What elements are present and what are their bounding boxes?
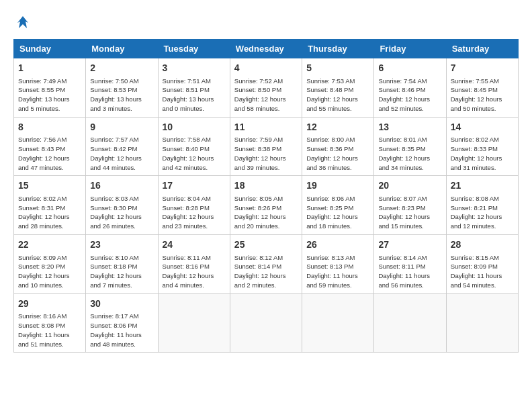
day-number: 5 — [306, 62, 369, 75]
day-number: 19 — [306, 179, 369, 193]
calendar-table: SundayMondayTuesdayWednesdayThursdayFrid… — [13, 39, 519, 353]
calendar-cell: 30Sunrise: 8:17 AM Sunset: 8:06 PM Dayli… — [86, 293, 158, 353]
calendar-cell: 26Sunrise: 8:13 AM Sunset: 8:13 PM Dayli… — [302, 234, 374, 293]
calendar-cell: 28Sunrise: 8:15 AM Sunset: 8:09 PM Dayli… — [446, 234, 518, 293]
calendar-cell: 14Sunrise: 8:02 AM Sunset: 8:33 PM Dayli… — [446, 117, 518, 176]
day-number: 22 — [18, 238, 81, 252]
calendar-week-row: 1Sunrise: 7:49 AM Sunset: 8:55 PM Daylig… — [14, 58, 519, 118]
calendar-cell: 17Sunrise: 8:04 AM Sunset: 8:28 PM Dayli… — [158, 176, 230, 235]
calendar-cell: 21Sunrise: 8:08 AM Sunset: 8:21 PM Dayli… — [446, 176, 518, 235]
day-number: 27 — [378, 238, 441, 252]
day-number: 11 — [234, 121, 298, 134]
calendar-cell — [158, 293, 230, 353]
day-info: Sunrise: 8:04 AM Sunset: 8:28 PM Dayligh… — [163, 194, 226, 231]
calendar-cell: 1Sunrise: 7:49 AM Sunset: 8:55 PM Daylig… — [14, 58, 86, 118]
day-info: Sunrise: 8:05 AM Sunset: 8:26 PM Dayligh… — [234, 194, 298, 231]
day-info: Sunrise: 8:17 AM Sunset: 8:06 PM Dayligh… — [90, 312, 153, 349]
calendar-week-row: 8Sunrise: 7:56 AM Sunset: 8:43 PM Daylig… — [14, 117, 519, 176]
weekday-header: Thursday — [302, 40, 374, 58]
day-number: 15 — [18, 179, 81, 193]
day-info: Sunrise: 8:16 AM Sunset: 8:08 PM Dayligh… — [18, 312, 81, 349]
logo-icon — [13, 13, 32, 32]
calendar-cell: 9Sunrise: 7:57 AM Sunset: 8:42 PM Daylig… — [86, 117, 158, 176]
calendar-cell — [302, 293, 374, 353]
calendar-cell: 24Sunrise: 8:11 AM Sunset: 8:16 PM Dayli… — [158, 234, 230, 293]
calendar-cell: 10Sunrise: 7:58 AM Sunset: 8:40 PM Dayli… — [158, 117, 230, 176]
calendar-cell: 6Sunrise: 7:54 AM Sunset: 8:46 PM Daylig… — [374, 58, 446, 118]
day-info: Sunrise: 8:00 AM Sunset: 8:36 PM Dayligh… — [306, 135, 369, 172]
calendar-cell: 4Sunrise: 7:52 AM Sunset: 8:50 PM Daylig… — [230, 58, 302, 118]
day-info: Sunrise: 8:15 AM Sunset: 8:09 PM Dayligh… — [451, 253, 514, 290]
day-number: 23 — [90, 238, 153, 252]
calendar-cell: 11Sunrise: 7:59 AM Sunset: 8:38 PM Dayli… — [230, 117, 302, 176]
day-info: Sunrise: 8:10 AM Sunset: 8:18 PM Dayligh… — [90, 253, 153, 290]
day-info: Sunrise: 7:59 AM Sunset: 8:38 PM Dayligh… — [234, 135, 298, 172]
weekday-header: Tuesday — [158, 40, 230, 58]
calendar-week-row: 15Sunrise: 8:02 AM Sunset: 8:31 PM Dayli… — [14, 176, 519, 235]
day-info: Sunrise: 7:50 AM Sunset: 8:53 PM Dayligh… — [90, 77, 153, 113]
day-number: 17 — [163, 179, 226, 193]
day-number: 6 — [378, 62, 441, 75]
day-info: Sunrise: 8:01 AM Sunset: 8:35 PM Dayligh… — [378, 135, 441, 172]
calendar-header-row: SundayMondayTuesdayWednesdayThursdayFrid… — [14, 40, 519, 58]
day-info: Sunrise: 7:56 AM Sunset: 8:43 PM Dayligh… — [18, 135, 81, 172]
calendar-cell: 3Sunrise: 7:51 AM Sunset: 8:51 PM Daylig… — [158, 58, 230, 118]
calendar-cell: 8Sunrise: 7:56 AM Sunset: 8:43 PM Daylig… — [14, 117, 86, 176]
calendar-cell: 20Sunrise: 8:07 AM Sunset: 8:23 PM Dayli… — [374, 176, 446, 235]
weekday-header: Saturday — [446, 40, 518, 58]
day-info: Sunrise: 8:13 AM Sunset: 8:13 PM Dayligh… — [306, 253, 369, 290]
day-info: Sunrise: 8:07 AM Sunset: 8:23 PM Dayligh… — [378, 194, 441, 231]
day-number: 30 — [90, 298, 153, 311]
calendar-cell — [374, 293, 446, 353]
day-number: 10 — [163, 121, 226, 134]
day-number: 3 — [163, 62, 226, 75]
day-info: Sunrise: 7:57 AM Sunset: 8:42 PM Dayligh… — [90, 135, 153, 172]
calendar-cell: 16Sunrise: 8:03 AM Sunset: 8:30 PM Dayli… — [86, 176, 158, 235]
day-number: 12 — [306, 121, 369, 134]
calendar-cell: 23Sunrise: 8:10 AM Sunset: 8:18 PM Dayli… — [86, 234, 158, 293]
calendar-cell — [230, 293, 302, 353]
day-info: Sunrise: 8:11 AM Sunset: 8:16 PM Dayligh… — [163, 253, 226, 290]
day-number: 18 — [234, 179, 298, 193]
calendar-cell: 15Sunrise: 8:02 AM Sunset: 8:31 PM Dayli… — [14, 176, 86, 235]
day-number: 21 — [451, 179, 514, 193]
day-info: Sunrise: 7:52 AM Sunset: 8:50 PM Dayligh… — [234, 77, 298, 113]
day-number: 7 — [451, 62, 514, 75]
day-number: 2 — [90, 62, 153, 75]
calendar-cell: 13Sunrise: 8:01 AM Sunset: 8:35 PM Dayli… — [374, 117, 446, 176]
calendar-week-row: 22Sunrise: 8:09 AM Sunset: 8:20 PM Dayli… — [14, 234, 519, 293]
calendar-cell: 5Sunrise: 7:53 AM Sunset: 8:48 PM Daylig… — [302, 58, 374, 118]
day-info: Sunrise: 8:03 AM Sunset: 8:30 PM Dayligh… — [90, 194, 153, 231]
day-info: Sunrise: 7:55 AM Sunset: 8:45 PM Dayligh… — [451, 77, 514, 113]
day-number: 26 — [306, 238, 369, 252]
day-info: Sunrise: 8:12 AM Sunset: 8:14 PM Dayligh… — [234, 253, 298, 290]
day-number: 29 — [18, 298, 81, 311]
page-header — [13, 13, 519, 32]
day-info: Sunrise: 8:09 AM Sunset: 8:20 PM Dayligh… — [18, 253, 81, 290]
day-number: 16 — [90, 179, 153, 193]
day-info: Sunrise: 8:08 AM Sunset: 8:21 PM Dayligh… — [451, 194, 514, 231]
day-info: Sunrise: 7:58 AM Sunset: 8:40 PM Dayligh… — [163, 135, 226, 172]
day-info: Sunrise: 7:49 AM Sunset: 8:55 PM Dayligh… — [18, 77, 81, 113]
day-info: Sunrise: 7:54 AM Sunset: 8:46 PM Dayligh… — [378, 77, 441, 113]
day-number: 14 — [451, 121, 514, 134]
calendar-cell: 18Sunrise: 8:05 AM Sunset: 8:26 PM Dayli… — [230, 176, 302, 235]
day-info: Sunrise: 8:06 AM Sunset: 8:25 PM Dayligh… — [306, 194, 369, 231]
calendar-cell: 19Sunrise: 8:06 AM Sunset: 8:25 PM Dayli… — [302, 176, 374, 235]
day-number: 9 — [90, 121, 153, 134]
calendar-cell: 2Sunrise: 7:50 AM Sunset: 8:53 PM Daylig… — [86, 58, 158, 118]
day-number: 28 — [451, 238, 514, 252]
calendar-cell: 25Sunrise: 8:12 AM Sunset: 8:14 PM Dayli… — [230, 234, 302, 293]
svg-marker-0 — [17, 16, 28, 28]
day-number: 25 — [234, 238, 298, 252]
day-number: 24 — [163, 238, 226, 252]
calendar-cell: 12Sunrise: 8:00 AM Sunset: 8:36 PM Dayli… — [302, 117, 374, 176]
logo — [13, 13, 35, 32]
weekday-header: Sunday — [14, 40, 86, 58]
calendar-cell: 29Sunrise: 8:16 AM Sunset: 8:08 PM Dayli… — [14, 293, 86, 353]
calendar-week-row: 29Sunrise: 8:16 AM Sunset: 8:08 PM Dayli… — [14, 293, 519, 353]
day-number: 20 — [378, 179, 441, 193]
calendar-cell: 7Sunrise: 7:55 AM Sunset: 8:45 PM Daylig… — [446, 58, 518, 118]
calendar-cell: 22Sunrise: 8:09 AM Sunset: 8:20 PM Dayli… — [14, 234, 86, 293]
day-number: 4 — [234, 62, 298, 75]
